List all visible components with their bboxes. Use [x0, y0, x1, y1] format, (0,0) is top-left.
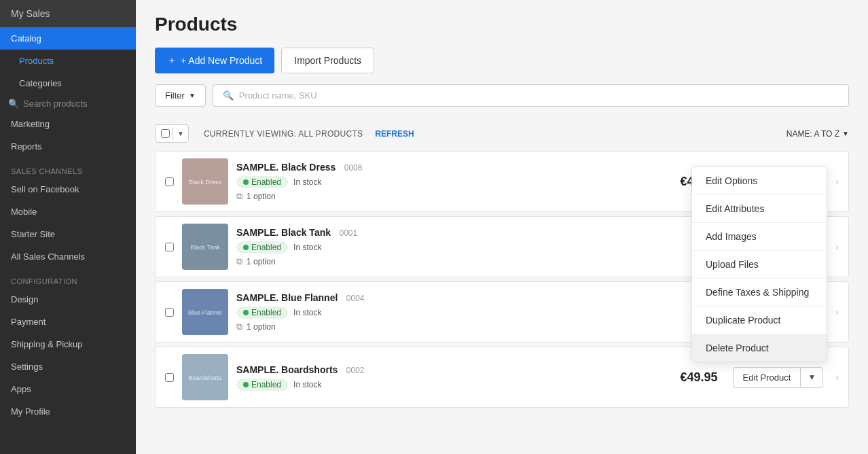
products-label: Products: [19, 56, 54, 66]
edit-product-dropdown-button[interactable]: ▼: [800, 367, 823, 388]
sidebar-item-marketing[interactable]: Marketing: [0, 113, 136, 135]
product-options: ⧉ 1 option: [236, 321, 659, 332]
select-all-dropdown[interactable]: ▼: [173, 127, 188, 140]
sidebar-item-catalog[interactable]: Catalog: [0, 27, 136, 50]
dropdown-item-edit-attributes[interactable]: Edit Attributes: [692, 195, 827, 223]
sidebar-item-products[interactable]: Products: [0, 50, 136, 72]
edit-product-button[interactable]: Edit Product: [733, 367, 801, 388]
svg-text:Black Dress: Black Dress: [189, 179, 222, 186]
product-checkbox-blue-flannel[interactable]: [165, 308, 174, 317]
product-name: SAMPLE. Blue Flannel: [236, 292, 338, 303]
catalog-label: Catalog: [11, 33, 41, 43]
main-content: Products ＋ + Add New Product Import Prod…: [136, 0, 868, 454]
product-info-black-dress: SAMPLE. Black Dress 0008 Enabled In stoc…: [236, 161, 659, 202]
filter-bar: Filter ▼ 🔍: [136, 84, 868, 118]
search-icon: 🔍: [8, 99, 19, 109]
product-name: SAMPLE. Boardshorts: [236, 364, 338, 375]
product-info-boardshorts: SAMPLE. Boardshorts 0002 Enabled In stoc…: [236, 364, 659, 391]
product-sku: 0004: [346, 294, 365, 303]
dropdown-item-add-images[interactable]: Add Images: [692, 223, 827, 251]
stock-status: In stock: [293, 380, 321, 389]
status-dot-icon: [243, 245, 249, 250]
sidebar-item-shipping-pickup[interactable]: Shipping & Pickup: [0, 333, 136, 355]
sidebar-item-apps[interactable]: Apps: [0, 378, 136, 400]
search-input[interactable]: [23, 99, 128, 109]
product-thumbnail-black-dress: Black Dress: [182, 158, 228, 205]
product-status-row: Enabled In stock: [236, 176, 659, 188]
product-thumbnail-black-tank: Black Tank: [182, 224, 228, 270]
product-checkbox-boardshorts[interactable]: [165, 373, 174, 382]
sidebar-item-my-sales[interactable]: My Sales: [0, 0, 136, 27]
page-header: Products ＋ + Add New Product Import Prod…: [136, 0, 868, 84]
dropdown-item-edit-options[interactable]: Edit Options: [692, 167, 827, 195]
product-status-row: Enabled In stock: [236, 307, 659, 319]
sidebar-item-settings[interactable]: Settings: [0, 355, 136, 378]
chevron-down-icon: ▼: [189, 92, 196, 99]
status-badge: Enabled: [236, 379, 288, 391]
row-expand-icon[interactable]: ›: [835, 372, 839, 383]
product-search-input[interactable]: [239, 90, 839, 101]
sort-chevron-icon: ▼: [842, 130, 849, 137]
options-icon: ⧉: [236, 256, 242, 267]
categories-label: Categories: [19, 78, 62, 88]
product-thumbnail-boardshorts: Boardshorts: [182, 354, 228, 400]
sidebar-search[interactable]: 🔍: [0, 94, 136, 113]
product-checkbox-black-tank[interactable]: [165, 243, 174, 251]
row-expand-icon[interactable]: ›: [835, 241, 839, 252]
edit-product-btn-group: Edit Product ▼: [733, 367, 824, 388]
filter-button[interactable]: Filter ▼: [155, 84, 206, 107]
dropdown-item-upload-files[interactable]: Upload Files: [692, 251, 827, 279]
product-options: ⧉ 1 option: [236, 256, 659, 267]
product-price: €49.95: [667, 370, 718, 385]
sidebar-item-my-profile[interactable]: My Profile: [0, 400, 136, 423]
dropdown-item-delete-product[interactable]: Delete Product: [692, 334, 827, 362]
dropdown-menu: Edit Options Edit Attributes Add Images …: [691, 167, 827, 362]
search-box: 🔍: [213, 84, 849, 107]
select-all-row: ▼ CURRENTLY VIEWING: ALL PRODUCTS REFRES…: [155, 118, 849, 150]
product-sku: 0001: [339, 228, 357, 238]
product-status-row: Enabled In stock: [236, 379, 659, 391]
sort-label[interactable]: NAME: A TO Z ▼: [786, 129, 849, 139]
status-badge: Enabled: [236, 241, 288, 254]
sidebar-item-starter-site[interactable]: Starter Site: [0, 223, 136, 245]
row-expand-icon[interactable]: ›: [835, 176, 839, 187]
svg-text:Blue Flannel: Blue Flannel: [188, 309, 222, 316]
options-icon: ⧉: [236, 191, 242, 202]
row-expand-icon[interactable]: ›: [835, 307, 839, 317]
import-products-button[interactable]: Import Products: [281, 48, 374, 73]
dropdown-item-define-taxes-shipping[interactable]: Define Taxes & Shipping: [692, 279, 827, 307]
search-icon: 🔍: [223, 90, 234, 101]
page-title: Products: [155, 14, 849, 35]
select-all-checkbox[interactable]: ▼: [155, 124, 189, 143]
sidebar-item-all-sales-channels[interactable]: All Sales Channels: [0, 245, 136, 268]
refresh-link[interactable]: REFRESH: [375, 129, 414, 139]
product-options: ⧉ 1 option: [236, 191, 659, 202]
product-status-row: Enabled In stock: [236, 241, 659, 254]
sidebar-item-sell-on-facebook[interactable]: Sell on Facebook: [0, 178, 136, 200]
my-sales-label: My Sales: [11, 8, 50, 19]
sidebar-item-payment[interactable]: Payment: [0, 311, 136, 333]
plus-icon: ＋: [167, 54, 177, 67]
svg-text:Black Tank: Black Tank: [190, 244, 220, 251]
status-badge: Enabled: [236, 176, 288, 188]
sidebar-item-design[interactable]: Design: [0, 288, 136, 311]
product-info-black-tank: SAMPLE. Black Tank 0001 Enabled In stock…: [236, 226, 659, 267]
status-dot-icon: [243, 382, 249, 387]
sidebar-item-mobile[interactable]: Mobile: [0, 200, 136, 223]
toolbar: ＋ + Add New Product Import Products: [155, 48, 849, 73]
sidebar-item-reports[interactable]: Reports: [0, 135, 136, 158]
configuration-label: Configuration: [0, 268, 136, 288]
product-thumbnail-blue-flannel: Blue Flannel: [182, 289, 228, 335]
add-new-product-button[interactable]: ＋ + Add New Product: [155, 48, 274, 73]
product-sku: 0002: [346, 366, 365, 375]
svg-text:Boardshorts: Boardshorts: [189, 374, 222, 381]
product-name: SAMPLE. Black Tank: [236, 227, 331, 238]
product-checkbox-black-dress[interactable]: [165, 177, 174, 186]
sidebar: My Sales Catalog Products Categories 🔍 M…: [0, 0, 136, 454]
select-all-input[interactable]: [161, 129, 170, 138]
sidebar-item-categories[interactable]: Categories: [0, 72, 136, 94]
stock-status: In stock: [293, 308, 321, 317]
product-name: SAMPLE. Black Dress: [236, 162, 336, 173]
dropdown-item-duplicate-product[interactable]: Duplicate Product: [692, 307, 827, 334]
chevron-down-icon: ▼: [808, 372, 816, 382]
